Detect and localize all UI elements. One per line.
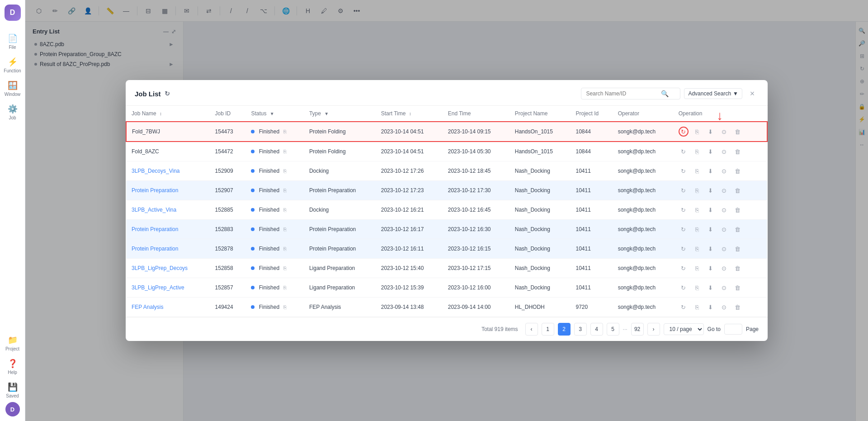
op-download-icon[interactable]: ⬇ [706,127,716,137]
copy-icon[interactable]: ⎘ [283,207,287,213]
op-delete-icon[interactable]: 🗑 [733,263,743,273]
advanced-search-button[interactable]: Advanced Search ▼ [684,88,742,99]
job-name-link[interactable]: Protein Preparation [132,187,178,194]
job-name-link[interactable]: 3LPB_LigPrep_Active [132,284,184,291]
col-type[interactable]: Type ▼ [304,106,376,122]
cell-job-id: 152907 [210,181,246,200]
copy-icon[interactable]: ⎘ [283,265,287,271]
modal-close-button[interactable]: × [746,87,759,100]
sidebar-item-saved[interactable]: 💾 Saved [0,378,25,402]
op-settings-icon[interactable]: ⊙ [719,166,729,176]
op-result-icon[interactable]: ↻ [679,302,689,312]
sidebar-item-file[interactable]: 📄 File [0,30,25,53]
op-download-icon[interactable]: ⬇ [706,147,716,156]
op-delete-icon[interactable]: 🗑 [733,224,743,234]
op-download-icon[interactable]: ⬇ [706,185,716,195]
op-settings-icon[interactable]: ⊙ [719,244,729,254]
op-settings-icon[interactable]: ⊙ [719,127,729,137]
col-operator: Operator [613,106,673,122]
op-settings-icon[interactable]: ⊙ [719,263,729,273]
app-logo[interactable]: D [5,5,21,21]
op-download-icon[interactable]: ⬇ [706,224,716,234]
op-delete-icon[interactable]: 🗑 [733,205,743,215]
op-result-icon[interactable]: ↻ [679,147,689,156]
op-copy-icon[interactable]: ⎘ [692,166,702,176]
sidebar-item-window[interactable]: 🪟 Window [0,77,25,100]
op-download-icon[interactable]: ⬇ [706,302,716,312]
page-5-button[interactable]: 5 [607,323,619,336]
job-name-link[interactable]: 3LPB_LigPrep_Decoys [132,265,188,271]
op-delete-icon[interactable]: 🗑 [733,244,743,254]
goto-input[interactable] [724,324,742,335]
op-result-icon[interactable]: ↻ [679,263,689,273]
refresh-icon[interactable]: ↻ [165,90,170,97]
copy-icon[interactable]: ⎘ [283,285,287,290]
copy-icon[interactable]: ⎘ [283,129,287,134]
page-3-button[interactable]: 3 [574,323,587,336]
op-download-icon[interactable]: ⬇ [706,205,716,215]
page-4-button[interactable]: 4 [590,323,603,336]
page-next-button[interactable]: › [647,323,660,336]
op-delete-icon[interactable]: 🗑 [733,166,743,176]
copy-icon[interactable]: ⎘ [283,188,287,193]
op-download-icon[interactable]: ⬇ [706,283,716,293]
col-project-name: Project Name [509,106,571,122]
page-2-button[interactable]: 2 [558,323,571,336]
op-copy-icon[interactable]: ⎘ [692,283,702,293]
sidebar-item-project[interactable]: 📁 Project [0,331,25,355]
copy-icon[interactable]: ⎘ [283,304,287,310]
op-result-icon[interactable]: ↻ [679,166,689,176]
op-settings-icon[interactable]: ⊙ [719,224,729,234]
op-result-icon[interactable]: ↻ [679,185,689,195]
user-avatar[interactable]: D [5,402,20,416]
col-status[interactable]: Status ▼ [245,106,303,122]
op-copy-icon[interactable]: ⎘ [692,147,702,156]
op-settings-icon[interactable]: ⊙ [719,147,729,156]
op-download-icon[interactable]: ⬇ [706,166,716,176]
job-name-link[interactable]: FEP Analysis [132,304,163,310]
job-name-link[interactable]: Protein Preparation [132,246,178,252]
page-prev-button[interactable]: ‹ [525,323,538,336]
copy-icon[interactable]: ⎘ [283,168,287,174]
op-delete-icon[interactable]: 🗑 [733,185,743,195]
page-1-button[interactable]: 1 [542,323,554,336]
cell-job-name: 3LPB_Decoys_Vina [126,161,210,181]
op-result-icon[interactable]: ↻ [679,127,689,137]
sidebar-item-job[interactable]: ⚙️ Job [0,100,25,124]
op-delete-icon[interactable]: 🗑 [733,147,743,156]
copy-icon[interactable]: ⎘ [283,246,287,251]
op-copy-icon[interactable]: ⎘ [692,302,702,312]
op-result-icon[interactable]: ↻ [679,224,689,234]
op-copy-icon[interactable]: ⎘ [692,244,702,254]
col-job-name[interactable]: Job Name ↕ [126,106,210,122]
op-download-icon[interactable]: ⬇ [706,263,716,273]
job-name-link[interactable]: Protein Preparation [132,226,178,232]
op-copy-icon[interactable]: ⎘ [692,263,702,273]
op-settings-icon[interactable]: ⊙ [719,283,729,293]
search-input[interactable] [586,90,658,97]
sidebar-item-help[interactable]: ❓ Help [0,355,25,378]
col-start-time[interactable]: Start Time ↕ [376,106,443,122]
op-result-icon[interactable]: ↻ [679,283,689,293]
op-copy-icon[interactable]: ⎘ [692,185,702,195]
op-delete-icon[interactable]: 🗑 [733,283,743,293]
op-copy-icon[interactable]: ⎘ [692,224,702,234]
job-name-link[interactable]: 3LPB_Active_Vina [132,207,176,213]
op-copy-icon[interactable]: ⎘ [692,127,702,137]
sidebar-item-function[interactable]: ⚡ Function [0,53,25,77]
op-result-icon[interactable]: ↻ [679,244,689,254]
per-page-select[interactable]: 10 / page 20 / page 50 / page [664,323,704,335]
search-icon[interactable]: 🔍 [661,90,669,97]
op-copy-icon[interactable]: ⎘ [692,205,702,215]
op-delete-icon[interactable]: 🗑 [733,127,743,137]
op-settings-icon[interactable]: ⊙ [719,302,729,312]
page-92-button[interactable]: 92 [631,323,644,336]
op-settings-icon[interactable]: ⊙ [719,185,729,195]
copy-icon[interactable]: ⎘ [283,227,287,232]
job-name-link[interactable]: 3LPB_Decoys_Vina [132,168,180,174]
op-delete-icon[interactable]: 🗑 [733,302,743,312]
op-result-icon[interactable]: ↻ [679,205,689,215]
op-download-icon[interactable]: ⬇ [706,244,716,254]
copy-icon[interactable]: ⎘ [283,149,287,154]
op-settings-icon[interactable]: ⊙ [719,205,729,215]
